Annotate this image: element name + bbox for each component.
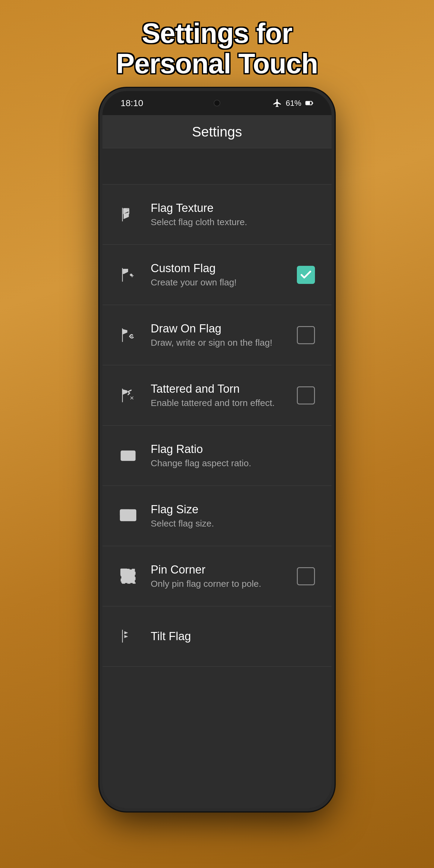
page-title: Settings for Personal Touch — [116, 18, 318, 79]
settings-item-tattered-torn[interactable]: ✕ Tattered and Torn Enable tattered and … — [102, 365, 332, 426]
battery-icon — [305, 99, 313, 107]
status-right: 61% — [273, 98, 313, 108]
settings-item-tilt-flag[interactable]: Tilt Flag — [102, 607, 332, 667]
status-bar: 18:10 61% — [102, 91, 332, 115]
tilt-flag-title: Tilt Flag — [151, 630, 316, 643]
status-bar-camera — [214, 100, 220, 106]
flag-texture-subtitle: Select flag cloth texture. — [151, 217, 316, 227]
app-bar: Settings — [102, 115, 332, 148]
svg-rect-1 — [306, 102, 310, 104]
settings-item-flag-ratio[interactable]: Flag Ratio Change flag aspect ratio. — [102, 426, 332, 486]
flag-texture-icon — [118, 204, 138, 225]
section-spacer — [102, 148, 332, 184]
battery-percent: 61% — [286, 98, 301, 108]
svg-text:+: + — [130, 273, 134, 279]
settings-item-draw-on-flag[interactable]: Draw On Flag Draw, write or sign on the … — [102, 305, 332, 365]
status-time: 18:10 — [121, 98, 143, 108]
svg-text:✕: ✕ — [130, 395, 134, 401]
airplane-icon — [273, 98, 282, 108]
pin-corner-icon — [118, 566, 138, 587]
flag-ratio-title: Flag Ratio — [151, 443, 316, 456]
draw-flag-subtitle: Draw, write or sign on the flag! — [151, 338, 283, 348]
settings-item-flag-texture[interactable]: Flag Texture Select flag cloth texture. — [102, 184, 332, 245]
phone-device: 18:10 61% Settings — [102, 91, 332, 808]
settings-list: Flag Texture Select flag cloth texture. … — [102, 184, 332, 808]
draw-flag-checkbox[interactable] — [296, 324, 316, 346]
tilt-flag-icon — [118, 626, 138, 647]
settings-item-pin-corner[interactable]: Pin Corner Only pin flag corner to pole. — [102, 546, 332, 607]
pin-corner-title: Pin Corner — [151, 563, 283, 576]
flag-texture-title: Flag Texture — [151, 202, 316, 215]
settings-item-flag-size[interactable]: Flag Size Select flag size. — [102, 486, 332, 546]
draw-flag-title: Draw On Flag — [151, 322, 283, 335]
flag-size-subtitle: Select flag size. — [151, 518, 316, 529]
pin-corner-subtitle: Only pin flag corner to pole. — [151, 579, 283, 589]
app-bar-title: Settings — [192, 124, 242, 140]
flag-size-icon — [118, 505, 138, 527]
custom-flag-icon: + — [118, 264, 138, 285]
custom-flag-title: Custom Flag — [151, 262, 283, 275]
flag-size-title: Flag Size — [151, 503, 316, 516]
tattered-checkbox[interactable] — [296, 385, 316, 406]
pin-corner-checkbox[interactable] — [296, 566, 316, 587]
settings-item-custom-flag[interactable]: + Custom Flag Create your own flag! — [102, 245, 332, 305]
custom-flag-subtitle: Create your own flag! — [151, 277, 283, 287]
svg-rect-5 — [121, 451, 135, 460]
tattered-title: Tattered and Torn — [151, 382, 283, 396]
tattered-icon: ✕ — [118, 385, 138, 406]
flag-ratio-icon — [118, 445, 138, 466]
flag-ratio-subtitle: Change flag aspect ratio. — [151, 458, 316, 468]
custom-flag-checkbox[interactable] — [296, 264, 316, 285]
tattered-subtitle: Enable tattered and torn effect. — [151, 398, 283, 408]
draw-flag-icon — [118, 324, 138, 346]
